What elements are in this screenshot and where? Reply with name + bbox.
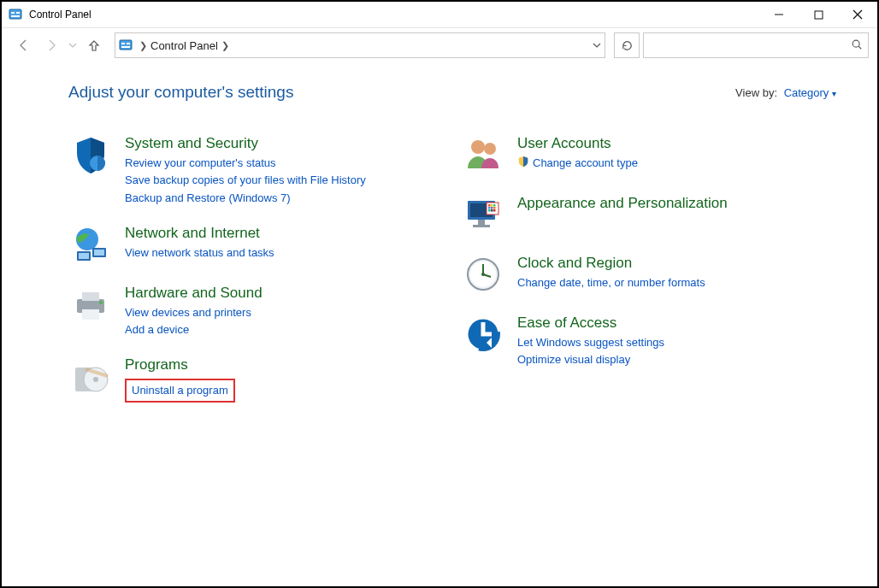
window-title: Control Panel [29,9,91,21]
svg-point-28 [484,143,496,155]
back-button[interactable] [12,33,36,57]
svg-rect-10 [127,43,130,44]
link-windows-suggest[interactable]: Let Windows suggest settings [517,334,664,351]
svg-rect-17 [94,250,104,256]
nav-bar: ❯ Control Panel ❯ [2,28,877,62]
link-date-time-formats[interactable]: Change date, time, or number formats [517,274,705,291]
svg-rect-5 [815,11,823,19]
svg-rect-38 [488,209,491,212]
category-user-accounts: User Accounts Change account type [461,132,836,177]
link-file-history[interactable]: Save backup copies of your files with Fi… [125,172,366,189]
chevron-down-icon: ▾ [832,89,836,98]
category-network-internet: Network and Internet View network status… [68,222,444,267]
globe-network-icon[interactable] [68,222,113,267]
ease-of-access-icon[interactable] [461,312,505,356]
category-heading[interactable]: Programs [125,354,235,376]
category-heading[interactable]: Ease of Access [517,312,664,334]
svg-rect-2 [16,12,20,14]
content-area: Adjust your computer's settings View by:… [2,62,877,586]
svg-rect-39 [491,209,493,212]
address-bar[interactable]: ❯ Control Panel ❯ [115,32,605,58]
svg-rect-19 [79,253,89,259]
svg-point-27 [471,140,485,154]
svg-rect-42 [473,225,490,227]
svg-rect-36 [491,207,493,209]
refresh-button[interactable] [614,32,640,58]
title-bar: Control Panel [2,2,877,28]
category-ease-of-access: Ease of Access Let Windows suggest setti… [461,312,836,369]
svg-rect-3 [11,15,20,17]
link-review-status[interactable]: Review your computer's status [125,155,366,172]
up-button[interactable] [82,33,106,57]
svg-rect-40 [493,209,496,212]
view-by-value: Category [784,86,829,99]
category-clock-region: Clock and Region Change date, time, or n… [461,252,836,297]
svg-rect-35 [488,207,491,209]
link-devices-printers[interactable]: View devices and printers [125,304,263,321]
category-heading[interactable]: User Accounts [517,132,638,155]
svg-rect-9 [121,43,125,44]
svg-rect-21 [82,292,99,301]
category-heading[interactable]: Hardware and Sound [125,282,263,304]
svg-line-13 [858,46,861,49]
svg-point-47 [481,273,485,276]
svg-rect-22 [82,309,99,320]
control-panel-icon [119,38,133,52]
category-heading[interactable]: System and Security [125,132,366,155]
shield-icon[interactable] [68,132,113,177]
link-change-account-type[interactable]: Change account type [517,155,638,173]
svg-rect-11 [121,46,130,48]
svg-rect-8 [120,40,132,50]
link-optimize-display[interactable]: Optimize visual display [517,351,664,368]
maximize-button[interactable] [799,2,838,27]
link-network-status[interactable]: View network status and tasks [125,244,274,262]
category-heading[interactable]: Appearance and Personalization [517,192,728,215]
search-icon [851,38,863,53]
address-dropdown-icon[interactable] [593,39,601,52]
highlighted-annotation: Uninstall a program [125,379,235,403]
svg-point-26 [93,377,98,382]
printer-icon[interactable] [68,282,113,326]
breadcrumb-chevron-icon[interactable]: ❯ [218,40,233,51]
programs-disc-icon[interactable] [68,354,113,398]
control-panel-icon [9,8,22,21]
category-heading[interactable]: Clock and Region [517,252,705,274]
link-uninstall-program[interactable]: Uninstall a program [132,384,228,397]
recent-dropdown-icon[interactable] [67,33,79,57]
breadcrumb-chevron-icon[interactable]: ❯ [136,40,150,51]
category-programs: Programs Uninstall a program [68,354,444,402]
svg-rect-41 [478,220,485,225]
close-button[interactable] [838,2,877,27]
uac-shield-icon [517,156,529,173]
svg-rect-0 [9,9,21,19]
forward-button[interactable] [39,33,63,57]
window-controls [759,2,877,27]
category-heading[interactable]: Network and Internet [125,222,274,244]
svg-point-23 [99,301,103,304]
clock-icon[interactable] [461,252,505,297]
link-backup-restore[interactable]: Backup and Restore (Windows 7) [125,190,366,207]
minimize-button[interactable] [759,2,799,27]
search-input[interactable] [643,32,869,58]
svg-rect-32 [488,204,491,207]
category-appearance-personalization: Appearance and Personalization [461,192,836,237]
svg-rect-37 [493,207,496,209]
page-title: Adjust your computer's settings [68,83,293,102]
svg-rect-33 [491,204,493,207]
category-system-security: System and Security Review your computer… [68,132,444,207]
category-hardware-sound: Hardware and Sound View devices and prin… [68,282,444,339]
view-by-control[interactable]: View by: Category ▾ [735,86,836,99]
svg-rect-34 [493,204,496,207]
svg-point-12 [852,40,859,47]
monitor-appearance-icon[interactable] [461,192,505,237]
user-accounts-icon[interactable] [461,132,505,177]
link-add-device[interactable]: Add a device [125,321,263,338]
breadcrumb-location[interactable]: Control Panel [150,39,218,52]
view-by-label: View by: [735,86,777,99]
svg-rect-1 [11,12,15,14]
